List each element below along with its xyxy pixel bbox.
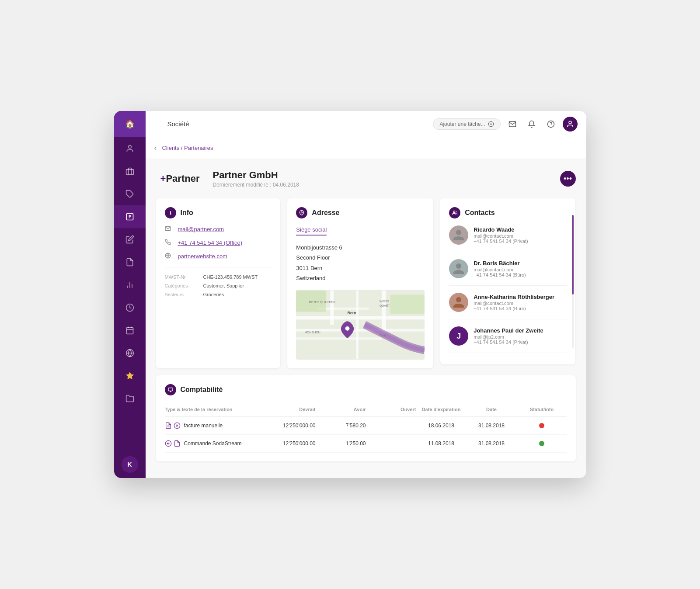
- sidebar-item-chart[interactable]: [114, 274, 146, 296]
- add-task-label: Ajouter une tâche...: [439, 121, 485, 127]
- sidebar-item-globe[interactable]: [114, 342, 146, 364]
- row-date: 31.08.2018: [467, 440, 517, 447]
- info-card-header: ℹ Info: [165, 207, 272, 218]
- svg-text:Aare: Aare: [380, 334, 386, 337]
- topbar: Société Ajouter une tâche...: [146, 111, 586, 137]
- comptabilite-title: Comptabilité: [181, 386, 223, 394]
- contact-name: Ricardo Waade: [474, 226, 528, 233]
- sidebar-item-records[interactable]: [114, 205, 146, 228]
- sidebar-item-folder[interactable]: [114, 387, 146, 410]
- contact-info: Ricardo Waade mail@contact.com +41 74 54…: [474, 226, 528, 244]
- svg-rect-37: [296, 316, 425, 319]
- website-value[interactable]: partnerwebsite.com: [178, 253, 227, 260]
- mail-button[interactable]: [505, 117, 520, 132]
- row-icons: [165, 440, 181, 447]
- contact-phone: +41 74 541 54 34 (Büro): [474, 272, 526, 277]
- svg-rect-1: [126, 170, 133, 175]
- svg-rect-11: [126, 327, 133, 334]
- menu-icon: [154, 119, 162, 129]
- categories-row: Catégories Customer, Supplier: [165, 283, 272, 288]
- sidebar-item-buildings[interactable]: [114, 160, 146, 183]
- notifications-button[interactable]: [524, 117, 539, 132]
- contact-phone: +41 74 541 54 34 (Privat): [474, 340, 543, 345]
- phone-value[interactable]: +41 74 541 54 34 (Office): [178, 239, 243, 246]
- contacts-card: Contacts Ricardo Waade mail@contact.com …: [440, 198, 575, 364]
- help-button[interactable]: [543, 117, 558, 132]
- contacts-card-header: Contacts: [449, 207, 567, 218]
- col-expiration: Date d'expiration: [416, 407, 467, 412]
- breadcrumb-bar: ‹ Clients / Partenaires: [146, 137, 586, 159]
- breadcrumb: Clients / Partenaires: [162, 145, 213, 151]
- svg-text:Bern: Bern: [348, 310, 356, 315]
- address-card-header: Adresse: [296, 207, 425, 218]
- status-dot-red: [539, 423, 544, 428]
- contacts-card-title: Contacts: [465, 209, 495, 217]
- row-status: [517, 441, 567, 446]
- comptabilite-card: Comptabilité Type & texte de la réservat…: [156, 375, 576, 461]
- svg-marker-17: [126, 372, 133, 379]
- contact-item: Ricardo Waade mail@contact.com +41 74 54…: [449, 225, 567, 252]
- svg-text:ROTES QUARTIER: ROTES QUARTIER: [309, 301, 336, 304]
- contact-avatar: [449, 293, 468, 312]
- col-avoir: Avoir: [316, 407, 366, 412]
- sidebar-item-contacts[interactable]: [114, 137, 146, 160]
- more-options-button[interactable]: •••: [560, 171, 576, 187]
- website-row: partnerwebsite.com: [165, 253, 272, 260]
- svg-point-52: [345, 326, 350, 330]
- info-card: ℹ Info mail@partner.com: [156, 198, 281, 368]
- sidebar-item-star[interactable]: [114, 364, 146, 387]
- contact-item: Dr. Boris Bächler mail@contact.com +41 7…: [449, 259, 567, 286]
- sidebar-user-avatar[interactable]: K: [122, 456, 138, 473]
- contact-info: Dr. Boris Bächler mail@contact.com +41 7…: [474, 260, 526, 277]
- row-expiration: 18.06.2018: [416, 423, 467, 429]
- back-button[interactable]: ‹: [154, 143, 157, 152]
- comptabilite-card-header: Comptabilité: [165, 384, 567, 395]
- contact-info: Anne-Katharina Röthlisberger mail@contac…: [474, 294, 554, 311]
- company-logo: +Partner: [156, 168, 204, 190]
- topbar-user-avatar[interactable]: [563, 117, 578, 132]
- col-status: Statut/info: [517, 407, 567, 412]
- page-content: +Partner Partner GmbH Dernièrement modif…: [146, 159, 586, 478]
- sectors-label: Secteurs: [165, 292, 200, 297]
- website-icon: [165, 253, 174, 260]
- contact-name: Dr. Boris Bächler: [474, 260, 526, 267]
- contact-item: Anne-Katharina Röthlisberger mail@contac…: [449, 293, 567, 319]
- info-icon: ℹ: [165, 207, 176, 218]
- company-info: Partner GmbH Dernièrement modifié le : 0…: [213, 170, 299, 188]
- svg-text:QUART.: QUART.: [380, 304, 390, 307]
- sidebar-item-tags[interactable]: [114, 183, 146, 205]
- svg-point-53: [453, 211, 455, 213]
- svg-rect-45: [390, 294, 425, 314]
- col-devrait: Devrait: [265, 407, 316, 412]
- add-task-button[interactable]: Ajouter une tâche...: [433, 118, 500, 130]
- contact-email: mail@contact.com: [474, 301, 554, 306]
- row-date: 31.08.2018: [467, 423, 517, 429]
- sectors-value: Groceries: [203, 292, 224, 297]
- address-icon: [296, 207, 307, 218]
- accounting-table: Type & texte de la réservation Devrait A…: [165, 402, 567, 453]
- sidebar-item-calendar[interactable]: [114, 319, 146, 342]
- svg-rect-40: [356, 290, 359, 359]
- col-type: Type & texte de la réservation: [165, 407, 265, 412]
- email-value[interactable]: mail@partner.com: [178, 226, 224, 232]
- row-expiration: 11.08.2018: [416, 440, 467, 447]
- company-header: +Partner Partner GmbH Dernièrement modif…: [156, 168, 576, 190]
- sidebar-item-doc[interactable]: [114, 251, 146, 274]
- cards-row: ℹ Info mail@partner.com: [156, 198, 576, 368]
- sidebar-item-clock[interactable]: [114, 296, 146, 319]
- topbar-right: Ajouter une tâche...: [433, 117, 577, 132]
- contact-item: J Johannes Paul der Zweite mail@jp2.com …: [449, 326, 567, 353]
- contact-email: mail@jp2.com: [474, 334, 543, 340]
- row-description: facture manuelle: [184, 423, 223, 429]
- contact-avatar: [449, 225, 468, 245]
- categories-value: Customer, Supplier: [203, 283, 244, 288]
- email-row: mail@partner.com: [165, 225, 272, 233]
- contact-name: Anne-Katharina Röthlisberger: [474, 294, 554, 300]
- sidebar-item-home[interactable]: 🏠: [114, 111, 146, 137]
- sidebar-item-edit[interactable]: [114, 228, 146, 251]
- svg-rect-41: [382, 290, 386, 333]
- categories-label: Catégories: [165, 283, 200, 288]
- phone-icon: [165, 239, 174, 246]
- row-type: Commande SodaStream: [165, 440, 265, 447]
- address-tab[interactable]: Siège social: [296, 226, 327, 236]
